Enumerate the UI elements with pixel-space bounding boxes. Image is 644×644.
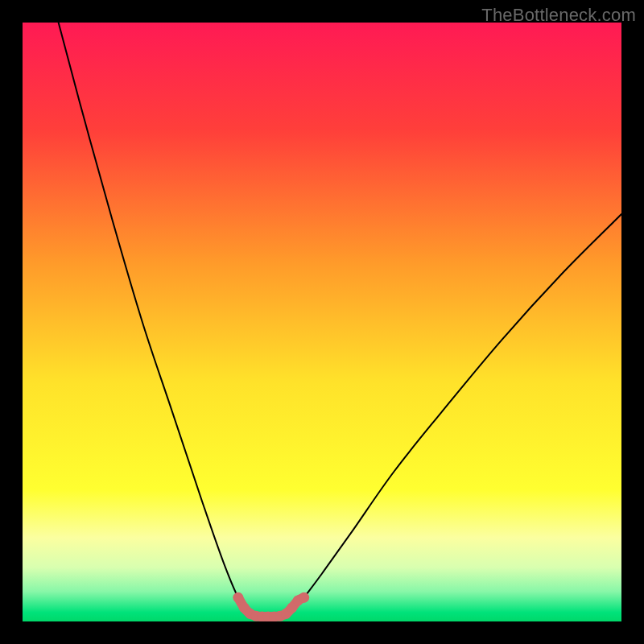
bottleneck-chart — [23, 23, 621, 621]
gradient-background — [23, 23, 621, 621]
optimal-band-dot — [299, 592, 309, 603]
optimal-band-dot — [233, 592, 243, 603]
chart-outer-frame: TheBottleneck.com — [0, 0, 644, 644]
plot-area — [23, 23, 621, 621]
